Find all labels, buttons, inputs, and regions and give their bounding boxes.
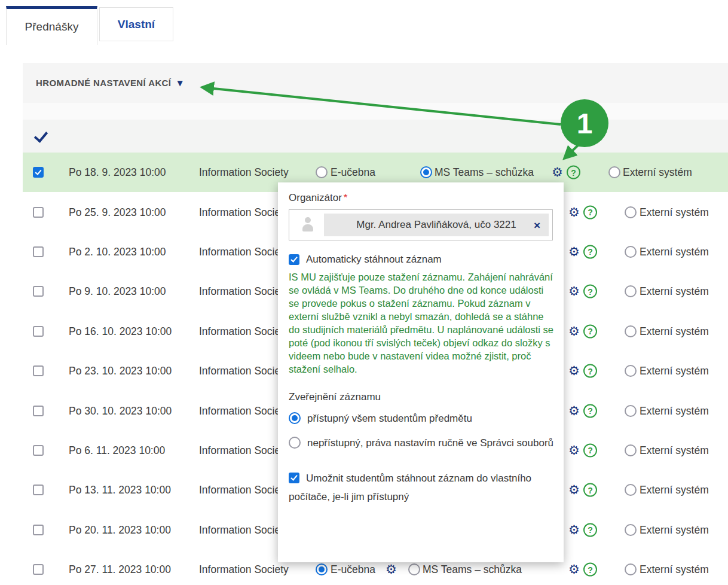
row-course: Information Society <box>199 166 289 179</box>
row-checkbox[interactable] <box>33 365 44 376</box>
radio-external[interactable] <box>625 246 637 258</box>
bulk-actions-toolbar: HROMADNÉ NASTAVENÍ AKCÍ ▼ <box>23 63 728 103</box>
publish-option-restricted[interactable]: nepřístupný, práva nastavím ručně ve Spr… <box>289 434 555 452</box>
radio-external-label: Externí systém <box>640 523 709 536</box>
radio-external[interactable] <box>625 444 637 456</box>
radio-msteams[interactable] <box>408 563 420 575</box>
radio-elearning[interactable] <box>316 563 328 575</box>
organizer-chip: Mgr. Andrea Pavliňáková, učo 3221 × <box>324 214 549 236</box>
row-checkbox[interactable] <box>33 207 44 218</box>
auto-download-checkbox[interactable] <box>289 254 299 265</box>
gear-icon[interactable]: ⚙ <box>568 563 580 576</box>
row-date: Po 20. 11. 2023 10:00 <box>69 523 171 536</box>
radio-msteams-label: MS Teams – schůzka <box>423 563 522 576</box>
gear-icon[interactable]: ⚙ <box>568 444 580 456</box>
radio-external-label: Externí systém <box>640 444 709 456</box>
gear-icon[interactable]: ⚙ <box>568 245 580 258</box>
row-checkbox[interactable] <box>33 167 44 178</box>
tab-prednasky-label: Přednášky <box>25 20 79 33</box>
row-checkbox[interactable] <box>33 525 44 535</box>
radio-external-label: Externí systém <box>640 484 709 496</box>
person-icon <box>300 216 316 234</box>
gear-icon[interactable]: ⚙ <box>568 484 580 496</box>
allow-download-option[interactable]: Umožnit studentům stáhnout záznam do vla… <box>289 469 555 506</box>
radio-external-label: Externí systém <box>623 166 692 179</box>
radio-msteams[interactable] <box>420 166 432 178</box>
row-course: Information Society <box>199 484 289 496</box>
row-checkbox[interactable] <box>33 246 44 257</box>
radio-external[interactable] <box>625 563 637 575</box>
publish-option-accessible[interactable]: přístupný všem studentům předmětu <box>289 410 555 428</box>
radio-elearning-label: E-učebna <box>331 166 375 179</box>
msteams-settings-popup: Organizátor* Mgr. Andrea Pavliňáková, uč… <box>278 182 564 562</box>
radio-external[interactable] <box>625 524 637 536</box>
publish-label: Zveřejnění záznamu <box>289 391 553 403</box>
help-icon[interactable]: ? <box>583 285 597 298</box>
row-date: Po 6. 11. 2023 10:00 <box>69 444 165 456</box>
radio-external-label: Externí systém <box>640 365 709 377</box>
radio-external[interactable] <box>608 166 620 178</box>
radio-external-label: Externí systém <box>640 563 709 576</box>
row-course: Information Society <box>199 444 289 456</box>
gear-icon[interactable]: ⚙ <box>568 523 580 536</box>
row-checkbox[interactable] <box>33 286 44 297</box>
help-icon[interactable]: ? <box>583 324 597 338</box>
gear-icon[interactable]: ⚙ <box>552 166 563 179</box>
organizer-field[interactable]: Mgr. Andrea Pavliňáková, učo 3221 × <box>289 209 553 240</box>
help-icon[interactable]: ? <box>583 364 597 378</box>
gear-icon[interactable]: ⚙ <box>568 285 580 298</box>
auto-download-label: Automaticky stáhnout záznam <box>306 254 442 266</box>
row-course: Information Society <box>199 285 289 298</box>
row-course: Information Society <box>199 365 289 377</box>
gear-icon[interactable]: ⚙ <box>568 365 580 377</box>
row-date: Po 13. 11. 2023 10:00 <box>69 484 171 496</box>
chevron-down-icon: ▼ <box>177 79 183 87</box>
allow-download-checkbox[interactable] <box>289 473 299 483</box>
help-icon[interactable]: ? <box>583 523 597 537</box>
gear-icon[interactable]: ⚙ <box>568 404 580 417</box>
help-icon[interactable]: ? <box>583 404 597 418</box>
radio-elearning[interactable] <box>316 166 328 178</box>
row-checkbox[interactable] <box>33 564 44 575</box>
page: Přednášky Vlastní HROMADNÉ NASTAVENÍ AKC… <box>0 0 728 585</box>
help-icon[interactable]: ? <box>583 205 597 219</box>
auto-download-option[interactable]: Automaticky stáhnout záznam <box>289 254 553 266</box>
tab-prednasky[interactable]: Přednášky <box>6 6 97 45</box>
row-date: Po 23. 10. 2023 10:00 <box>69 365 172 377</box>
row-course: Information Society <box>199 245 289 258</box>
tab-vlastni[interactable]: Vlastní <box>99 7 173 41</box>
radio-external[interactable] <box>625 405 637 417</box>
row-checkbox[interactable] <box>33 326 44 337</box>
select-all-check-icon[interactable] <box>34 128 48 142</box>
organizer-label: Organizátor* <box>289 192 553 204</box>
radio-external[interactable] <box>625 365 637 377</box>
help-icon[interactable]: ? <box>583 443 597 457</box>
bulk-actions-dropdown[interactable]: HROMADNÉ NASTAVENÍ AKCÍ ▼ <box>36 78 183 88</box>
organizer-name: Mgr. Andrea Pavliňáková, učo 3221 <box>356 219 516 231</box>
row-date: Po 9. 10. 2023 10:00 <box>69 285 166 298</box>
publish-option-accessible-radio[interactable] <box>289 412 301 424</box>
radio-external[interactable] <box>625 484 637 496</box>
radio-external-label: Externí systém <box>640 245 709 258</box>
radio-external[interactable] <box>625 325 637 337</box>
radio-external[interactable] <box>625 285 637 297</box>
help-icon[interactable]: ? <box>583 483 597 497</box>
remove-organizer-icon[interactable]: × <box>534 220 540 231</box>
radio-external[interactable] <box>625 206 637 218</box>
help-icon[interactable]: ? <box>583 245 597 258</box>
gear-icon[interactable]: ⚙ <box>568 206 580 218</box>
row-date: Po 16. 10. 2023 10:00 <box>69 325 172 337</box>
radio-external-label: Externí systém <box>640 285 709 298</box>
gear-icon[interactable]: ⚙ <box>386 563 397 576</box>
radio-external-label: Externí systém <box>640 404 709 417</box>
row-checkbox[interactable] <box>33 485 44 495</box>
radio-elearning-label: E-učebna <box>331 563 375 576</box>
gear-icon[interactable]: ⚙ <box>568 325 580 337</box>
row-checkbox[interactable] <box>33 445 44 456</box>
help-icon[interactable]: ? <box>583 563 597 577</box>
publish-option-restricted-radio[interactable] <box>289 437 301 449</box>
download-help-text: IS MU zajišťuje pouze stažení záznamu. Z… <box>289 270 555 376</box>
help-icon[interactable]: ? <box>567 166 580 179</box>
radio-external-label: Externí systém <box>640 325 709 337</box>
row-checkbox[interactable] <box>33 406 44 416</box>
